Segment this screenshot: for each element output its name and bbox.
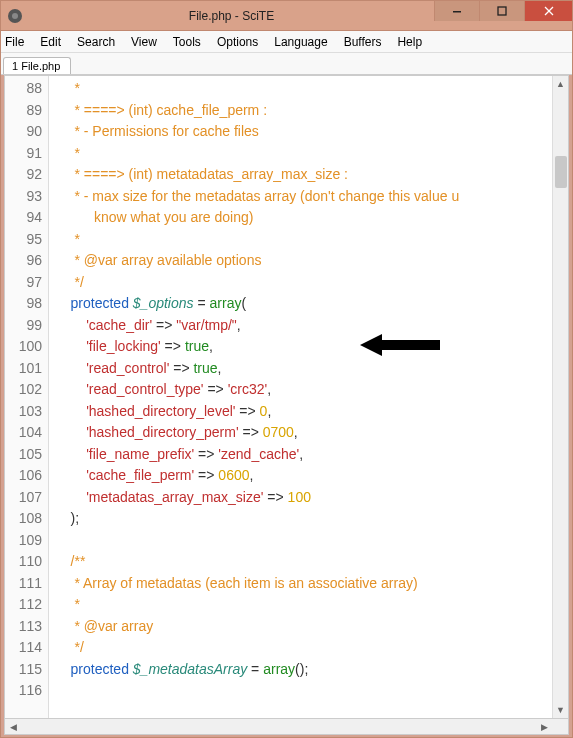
scroll-left-button[interactable]: ◀ [5,719,21,734]
line-number: 114 [9,637,42,659]
code-line[interactable]: /** [55,551,568,573]
line-number: 88 [9,78,42,100]
code-line[interactable]: * [55,229,568,251]
line-number: 111 [9,573,42,595]
code-line[interactable] [55,530,568,552]
titlebar[interactable]: File.php - SciTE [1,1,572,31]
line-number: 93 [9,186,42,208]
line-number: 89 [9,100,42,122]
line-number: 91 [9,143,42,165]
code-line[interactable]: */ [55,637,568,659]
line-number: 105 [9,444,42,466]
maximize-button[interactable] [479,1,524,21]
line-number: 92 [9,164,42,186]
code-line[interactable]: * [55,594,568,616]
menu-language[interactable]: Language [274,35,327,49]
code-line[interactable]: 'read_control' => true, [55,358,568,380]
line-number: 101 [9,358,42,380]
horizontal-scrollbar[interactable]: ◀ ▶ [4,719,569,735]
svg-point-1 [12,13,18,19]
menu-view[interactable]: View [131,35,157,49]
tab-file-php[interactable]: 1 File.php [3,57,71,74]
line-number: 108 [9,508,42,530]
line-number: 97 [9,272,42,294]
code-line[interactable]: * ====> (int) cache_file_perm : [55,100,568,122]
code-content[interactable]: * * ====> (int) cache_file_perm : * - Pe… [49,76,568,718]
code-line[interactable]: 'cache_file_perm' => 0600, [55,465,568,487]
minimize-button[interactable] [434,1,479,21]
tabbar: 1 File.php [1,53,572,75]
scroll-down-button[interactable]: ▼ [553,702,568,718]
line-number: 96 [9,250,42,272]
line-number: 110 [9,551,42,573]
line-number-gutter: 8889909192939495969798991001011021031041… [5,76,49,718]
code-line[interactable]: * Array of metadatas (each item is an as… [55,573,568,595]
line-number: 103 [9,401,42,423]
line-number: 113 [9,616,42,638]
window-title: File.php - SciTE [29,9,434,23]
line-number: 94 [9,207,42,229]
menu-search[interactable]: Search [77,35,115,49]
code-line[interactable]: 'file_locking' => true, [55,336,568,358]
close-button[interactable] [524,1,572,21]
menu-edit[interactable]: Edit [40,35,61,49]
menubar: File Edit Search View Tools Options Lang… [1,31,572,53]
code-line[interactable]: 'hashed_directory_perm' => 0700, [55,422,568,444]
line-number: 98 [9,293,42,315]
code-line[interactable]: ); [55,508,568,530]
svg-rect-2 [453,11,461,13]
app-icon [7,8,23,24]
line-number: 104 [9,422,42,444]
code-line[interactable]: 'read_control_type' => 'crc32', [55,379,568,401]
scroll-right-button[interactable]: ▶ [536,719,552,734]
line-number: 95 [9,229,42,251]
code-line[interactable]: * @var array available options [55,250,568,272]
code-line[interactable]: 'file_name_prefix' => 'zend_cache', [55,444,568,466]
line-number: 100 [9,336,42,358]
line-number: 102 [9,379,42,401]
line-number: 109 [9,530,42,552]
code-line[interactable]: 'metadatas_array_max_size' => 100 [55,487,568,509]
code-line[interactable]: protected $_options = array( [55,293,568,315]
menu-tools[interactable]: Tools [173,35,201,49]
menu-file[interactable]: File [5,35,24,49]
line-number: 90 [9,121,42,143]
code-line[interactable]: * - Permissions for cache files [55,121,568,143]
scroll-thumb[interactable] [555,156,567,188]
code-line[interactable]: * [55,78,568,100]
line-number: 107 [9,487,42,509]
scroll-up-button[interactable]: ▲ [553,76,568,92]
code-line[interactable]: * ====> (int) metatadatas_array_max_size… [55,164,568,186]
line-number: 115 [9,659,42,681]
code-line[interactable]: 'hashed_directory_level' => 0, [55,401,568,423]
code-line[interactable]: * - max size for the metadatas array (do… [55,186,568,208]
code-line[interactable]: * [55,143,568,165]
editor-area[interactable]: 8889909192939495969798991001011021031041… [4,75,569,719]
code-line[interactable]: 'cache_dir' => "var/tmp/", [55,315,568,337]
code-line[interactable]: protected $_metadatasArray = array(); [55,659,568,681]
line-number: 112 [9,594,42,616]
svg-rect-3 [498,7,506,15]
code-line[interactable]: * @var array [55,616,568,638]
code-line[interactable]: know what you are doing) [55,207,568,229]
code-line[interactable]: */ [55,272,568,294]
vertical-scrollbar[interactable]: ▲ ▼ [552,76,568,718]
line-number: 106 [9,465,42,487]
menu-options[interactable]: Options [217,35,258,49]
code-line[interactable] [55,680,568,702]
line-number: 99 [9,315,42,337]
line-number: 116 [9,680,42,702]
menu-help[interactable]: Help [397,35,422,49]
menu-buffers[interactable]: Buffers [344,35,382,49]
